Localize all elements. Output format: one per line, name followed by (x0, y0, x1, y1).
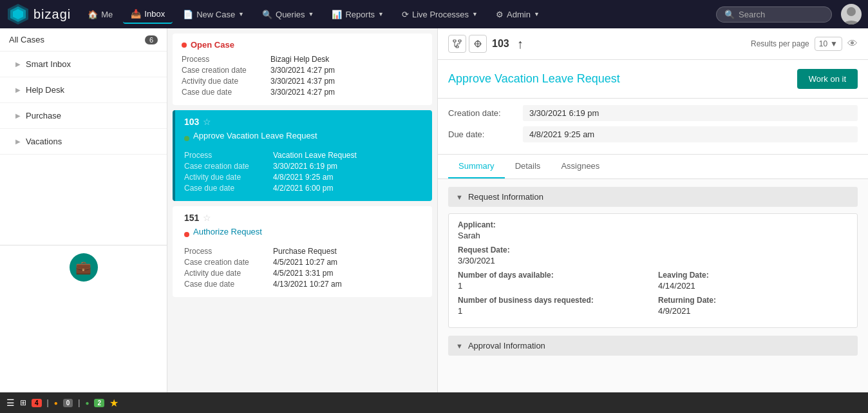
home-icon: 🏠 (88, 10, 98, 19)
tab-details[interactable]: Details (505, 155, 551, 178)
briefcase-icon: 💼 (75, 260, 91, 275)
approval-info-section-header[interactable]: ▼ Approval Information (448, 336, 858, 356)
favorites-star-icon: ★ (109, 397, 118, 409)
eye-icon[interactable]: 👁 (847, 38, 858, 50)
tree-icon-btn[interactable] (448, 35, 466, 53)
case-title: Approve Vacation Leave Request (448, 72, 620, 86)
sidebar: All Cases 6 ▶ Smart Inbox ▶ Help Desk ▶ … (0, 28, 167, 413)
work-on-it-button[interactable]: Work on it (797, 69, 858, 89)
nav-me[interactable]: 🏠 Me (80, 6, 120, 23)
search-icon: 🔍 (724, 10, 735, 19)
returning-date-value: 4/9/2021 (658, 306, 848, 316)
open-case-label: Open Case (191, 40, 234, 50)
chevron-down-icon: ▼ (238, 11, 244, 17)
sidebar-item-vacations[interactable]: ▶ Vacations (0, 129, 167, 155)
page-select[interactable]: 10 ▼ (815, 37, 842, 51)
right-panel-header: 103 ↑ Results per page 10 ▼ 👁 (438, 28, 868, 60)
business-days-row: Number of business days requested: 1 Ret… (458, 296, 848, 316)
creation-date-row: Creation date: 3/30/2021 6:19 pm (448, 105, 858, 121)
avatar[interactable] (841, 4, 862, 24)
red-badge: 4 (32, 399, 42, 407)
open-case-card[interactable]: Open Case Process Bizagi Help Desk Case … (173, 34, 432, 105)
days-available-label: Number of days available: (458, 271, 648, 280)
briefcase-button[interactable]: 💼 (70, 253, 98, 282)
collapse-icon: ▼ (456, 193, 463, 201)
business-days-value: 1 (458, 306, 648, 316)
tab-assignees[interactable]: Assignees (551, 155, 610, 178)
nav-queries[interactable]: 🔍 Queries ▼ (254, 6, 321, 23)
case-dates: Creation date: 3/30/2021 6:19 pm Due dat… (438, 99, 868, 155)
separator: | (47, 398, 49, 407)
top-navigation: bizagi 🏠 Me 📥 Inbox 📄 New Case ▼ 🔍 Queri… (0, 0, 868, 28)
tab-summary[interactable]: Summary (448, 155, 505, 178)
svg-point-3 (847, 7, 856, 16)
chevron-down-icon: ▼ (534, 11, 540, 17)
move-icon-btn[interactable] (469, 35, 487, 53)
status-dot (184, 136, 189, 141)
due-date-value: 4/8/2021 9:25 am (523, 126, 858, 142)
search-box[interactable]: 🔍 (716, 6, 832, 23)
creation-date-label: Creation date: (448, 108, 513, 118)
sidebar-item-smart-inbox[interactable]: ▶ Smart Inbox (0, 52, 167, 77)
middle-panel: Open Case Process Bizagi Help Desk Case … (167, 28, 438, 413)
sidebar-label-help-desk: Help Desk (26, 85, 64, 95)
green-dot: ● (85, 399, 89, 407)
returning-date-label: Returning Date: (658, 296, 848, 305)
due-date-label: Due date: (448, 130, 513, 139)
main-container: All Cases 6 ▶ Smart Inbox ▶ Help Desk ▶ … (0, 28, 868, 413)
card151-activity-row: Activity due date 4/5/2021 3:31 pm (184, 269, 423, 278)
open-case-creation-row: Case creation date 3/30/2021 4:27 pm (182, 66, 423, 75)
red-status-dot (182, 43, 187, 48)
arrow-up-icon: ↑ (517, 37, 524, 52)
inbox-icon: 📥 (131, 9, 141, 19)
results-per-page-label: Results per page (751, 39, 809, 48)
nav-admin[interactable]: ⚙ Admin ▼ (488, 6, 547, 23)
request-info-section-header[interactable]: ▼ Request Information (448, 187, 858, 207)
card151-process-row: Process Purchase Request (184, 247, 423, 256)
approval-section-title: Approval Information (468, 341, 545, 351)
applicant-row: Applicant: Sarah (458, 220, 848, 240)
days-available-value: 1 (458, 281, 648, 291)
card103-due-row: Case due date 4/2/2021 6:00 pm (184, 184, 423, 193)
live-processes-icon: ⟳ (402, 10, 409, 19)
chevron-down-icon: ▼ (378, 11, 384, 17)
yellow-badge: 0 (63, 399, 73, 407)
chevron-down-icon: ▼ (472, 11, 478, 17)
queries-icon: 🔍 (262, 10, 272, 19)
all-cases-label: All Cases (9, 35, 44, 44)
case-activity: Approve Vacation Leave Request (193, 131, 317, 140)
tabs-bar: Summary Details Assignees (438, 155, 868, 179)
chevron-down-icon: ▼ (308, 11, 314, 17)
card103-process-row: Process Vacation Leave Request (184, 151, 423, 160)
case-card-151[interactable]: 151 ☆ Authorize Request Process Purchase… (173, 206, 432, 297)
logo[interactable]: bizagi (6, 3, 71, 26)
chevron-right-icon: ▶ (15, 112, 21, 119)
nav-inbox[interactable]: 📥 Inbox (123, 5, 173, 24)
applicant-label: Applicant: (458, 220, 848, 229)
svg-rect-4 (453, 40, 456, 42)
collapse-icon: ▼ (456, 342, 463, 350)
case-number: 103 (184, 117, 199, 127)
chevron-right-icon: ▶ (15, 138, 21, 145)
results-per-page: Results per page 10 ▼ 👁 (751, 37, 858, 51)
case-card-103[interactable]: 103 ☆ Approve Vacation Leave Request Pro… (173, 110, 432, 201)
nav-live-processes[interactable]: ⟳ Live Processes ▼ (394, 6, 486, 23)
sidebar-item-purchase[interactable]: ▶ Purchase (0, 103, 167, 129)
nav-new-case[interactable]: 📄 New Case ▼ (175, 6, 252, 23)
creation-date-value: 3/30/2021 6:19 pm (523, 105, 858, 121)
search-input[interactable] (739, 10, 816, 19)
sidebar-label-smart-inbox: Smart Inbox (26, 59, 71, 69)
caret-icon: ▼ (830, 39, 838, 48)
sidebar-label-purchase: Purchase (26, 111, 61, 120)
grid-icon: ⊞ (20, 398, 26, 407)
leaving-date-value: 4/14/2021 (658, 281, 848, 291)
request-date-row: Request Date: 3/30/2021 (458, 245, 848, 265)
card103-creation-row: Case creation date 3/30/2021 6:19 pm (184, 162, 423, 171)
logo-text: bizagi (33, 7, 71, 22)
chevron-right-icon: ▶ (15, 86, 21, 93)
new-case-icon: 📄 (183, 10, 193, 19)
reports-icon: 📊 (332, 10, 342, 19)
svg-rect-5 (458, 40, 461, 42)
sidebar-item-help-desk[interactable]: ▶ Help Desk (0, 77, 167, 103)
nav-reports[interactable]: 📊 Reports ▼ (324, 6, 391, 23)
